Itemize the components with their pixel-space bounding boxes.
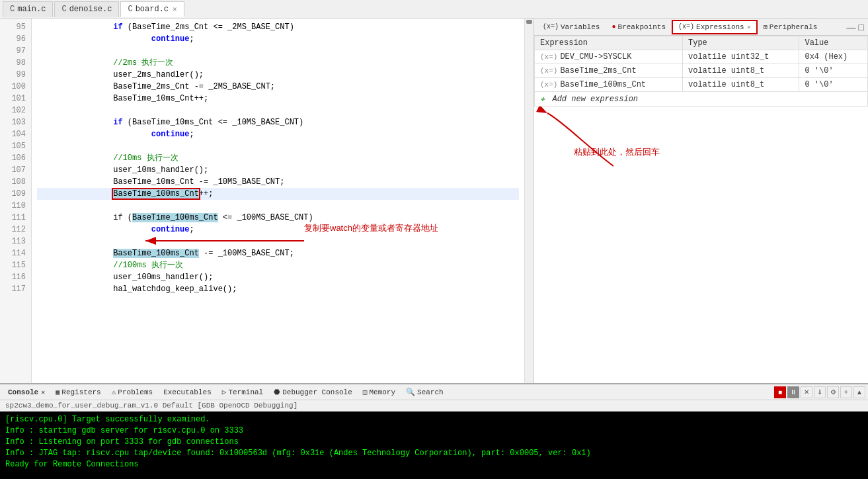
newconsole-button[interactable]: + xyxy=(840,386,852,398)
scroll-lock-button[interactable]: ⇓ xyxy=(814,386,826,398)
bottom-tab-actions: ■ ⏸ ✕ ⇓ ⚙ + ▲ xyxy=(774,386,865,398)
expr-expression: (x=)BaseTime_2ms_Cnt xyxy=(535,64,683,78)
code-scrollbar[interactable] xyxy=(524,19,533,383)
memory-label: Memory xyxy=(369,388,395,396)
tab-label-expressions: Expressions xyxy=(696,23,744,31)
console-close[interactable]: ✕ xyxy=(41,388,45,396)
line-number-115: 115 xyxy=(0,259,31,271)
expression-row: (x=)BaseTime_100ms_Cnt volatile uint8_t … xyxy=(535,78,868,92)
expr-value: 0x4 (Hex) xyxy=(799,50,868,64)
line-number-101: 101 xyxy=(0,93,31,105)
expr-value: 0 '\0' xyxy=(799,64,868,78)
bottom-tab-console[interactable]: Console ✕ xyxy=(3,387,50,398)
expr-expression: (x=)DEV_CMU->SYSCLK xyxy=(535,50,683,64)
code-editor: 9596979899100101102103104105106107108109… xyxy=(0,19,534,383)
code-line-105 xyxy=(37,140,519,152)
registers-label: Registers xyxy=(61,388,100,396)
line-number-96: 96 xyxy=(0,33,31,45)
right-panel-tabs: (x=) Variables ● Breakpoints (x=) Expres… xyxy=(534,19,868,36)
peripherals-icon: ⊞ xyxy=(764,23,768,31)
problems-icon: ⚠ xyxy=(112,388,116,396)
expressions-table: Expression Type Value (x=)DEV_CMU->SYSCL… xyxy=(534,36,868,107)
right-panel: (x=) Variables ● Breakpoints (x=) Expres… xyxy=(534,19,868,383)
tab-denoise-c[interactable]: C denoise.c xyxy=(54,1,119,17)
code-annotation-text: 复制要watch的变量或者寄存器地址 xyxy=(304,222,438,234)
line-number-97: 97 xyxy=(0,45,31,57)
bottom-tab-registers[interactable]: ▦ Registers xyxy=(50,387,106,398)
right-panel-body: 粘贴到此处，然后回车 xyxy=(534,107,868,383)
tab-label-main: main.c xyxy=(17,5,46,14)
code-line-112: continue; xyxy=(37,224,519,236)
tab-label-peripherals: Peripherals xyxy=(769,23,818,31)
add-expression-row[interactable]: ✚ Add new expression xyxy=(535,92,868,107)
file-icon-main: C xyxy=(10,5,15,14)
debugger-label: Debugger Console xyxy=(282,388,352,396)
console-label: Console xyxy=(8,388,38,396)
tab-label-breakpoints: Breakpoints xyxy=(617,23,666,31)
tab-peripherals[interactable]: ⊞ Peripherals xyxy=(758,20,824,34)
code-line-98: //2ms 执行一次 xyxy=(37,57,519,69)
line-number-108: 108 xyxy=(0,176,31,188)
line-number-105: 105 xyxy=(0,140,31,152)
right-tab-actions: — □ xyxy=(846,21,865,34)
tab-expressions[interactable]: (x=) Expressions ✕ xyxy=(672,20,758,34)
tab-breakpoints[interactable]: ● Breakpoints xyxy=(606,20,672,34)
maximize-button[interactable]: □ xyxy=(857,21,865,34)
console-header-text: sp2cw3_demo_for_user_debug_ram_v1.0 Defa… xyxy=(5,402,297,410)
code-line-107: user_10ms_handler(); xyxy=(37,164,519,176)
line-number-104: 104 xyxy=(0,128,31,140)
line-number-110: 110 xyxy=(0,200,31,212)
line-number-103: 103 xyxy=(0,116,31,128)
debugger-icon: ⬣ xyxy=(274,388,280,396)
code-line-101: BaseTime_10ms_Cnt++; xyxy=(37,93,519,105)
file-icon-denoise: C xyxy=(61,5,66,14)
bottom-tab-terminal[interactable]: ▷ Terminal xyxy=(217,386,268,398)
tab-variables[interactable]: (x=) Variables xyxy=(537,20,606,34)
bottom-tab-search[interactable]: 🔍 Search xyxy=(401,386,449,398)
line-number-100: 100 xyxy=(0,81,31,93)
editor-tab-bar: C main.c C denoise.c C board.c ✕ xyxy=(0,0,868,19)
line-number-106: 106 xyxy=(0,152,31,164)
code-line-115: //100ms 执行一次 xyxy=(37,259,519,271)
search-label: Search xyxy=(417,388,444,396)
clear-button[interactable]: ✕ xyxy=(801,386,812,398)
code-lines: if (BaseTime_2ms_Cnt <= _2MS_BASE_CNT) c… xyxy=(32,19,524,383)
main-container: 9596979899100101102103104105106107108109… xyxy=(0,19,868,383)
line-numbers: 9596979899100101102103104105106107108109… xyxy=(0,19,32,383)
bottom-tab-debugger[interactable]: ⬣ Debugger Console xyxy=(268,386,358,398)
line-number-107: 107 xyxy=(0,164,31,176)
tab-close-board[interactable]: ✕ xyxy=(173,5,177,13)
bottom-tab-problems[interactable]: ⚠ Problems xyxy=(106,386,158,398)
tab-board-c[interactable]: C board.c ✕ xyxy=(120,1,184,17)
add-expr-text: Add new expression xyxy=(552,95,638,104)
expression-row: (x=)BaseTime_2ms_Cnt volatile uint8_t 0 … xyxy=(535,64,868,78)
bottom-tab-memory[interactable]: ◫ Memory xyxy=(358,386,401,398)
terminal-icon: ▷ xyxy=(222,388,227,396)
expr-type: volatile uint32_t xyxy=(683,50,799,64)
code-line-108: BaseTime_10ms_Cnt -= _10MS_BASE_CNT; xyxy=(37,176,519,188)
col-type: Type xyxy=(683,36,799,50)
tab-label-board: board.c xyxy=(136,5,169,14)
tab-main-c[interactable]: C main.c xyxy=(3,1,53,17)
expressions-tab-close[interactable]: ✕ xyxy=(747,23,751,31)
console-content: [riscv.cpu.0] Target successfully examin… xyxy=(0,412,868,479)
line-number-116: 116 xyxy=(0,271,31,283)
problems-label: Problems xyxy=(118,388,153,396)
settings-button[interactable]: ⚙ xyxy=(827,386,839,398)
bottom-tab-executables[interactable]: Executables xyxy=(158,387,217,398)
pause-button[interactable]: ⏸ xyxy=(787,386,799,398)
tab-label-denoise: denoise.c xyxy=(69,5,112,14)
executables-label: Executables xyxy=(163,388,212,396)
code-line-114: BaseTime_100ms_Cnt -= _100MS_BASE_CNT; xyxy=(37,247,519,259)
expand-button[interactable]: ▲ xyxy=(853,386,865,398)
registers-icon: ▦ xyxy=(56,388,59,396)
search-icon: 🔍 xyxy=(406,388,415,396)
add-expression-cell[interactable]: ✚ Add new expression xyxy=(535,92,868,107)
line-number-112: 112 xyxy=(0,224,31,236)
stop-button[interactable]: ■ xyxy=(774,386,786,398)
memory-icon: ◫ xyxy=(363,388,368,396)
code-line-109: BaseTime_100ms_Cnt++; xyxy=(37,188,519,200)
expressions-table-wrapper: Expression Type Value (x=)DEV_CMU->SYSCL… xyxy=(534,36,868,107)
expressions-icon: (x=) xyxy=(678,23,694,30)
minimize-button[interactable]: — xyxy=(846,21,857,34)
